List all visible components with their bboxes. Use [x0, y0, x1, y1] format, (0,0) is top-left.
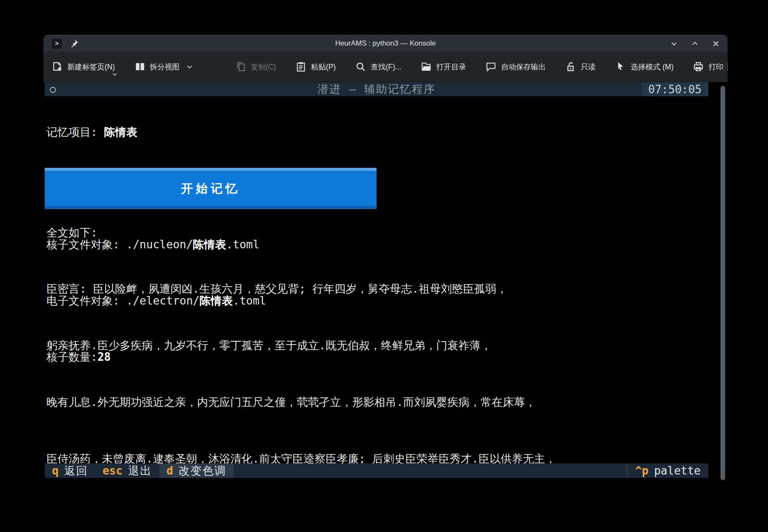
window-title: HeurAMS : python3 — Konsole [43, 39, 728, 48]
konsole-app-icon: > [51, 38, 63, 49]
toolbar-item-label: 打印 [708, 62, 723, 72]
speech-bubble-icon [486, 61, 496, 72]
binding-key: d [167, 464, 173, 477]
fulltext-line: 躬亲抚养.臣少多疾病，九岁不行，零丁孤苦，至于成立.既无伯叔，终鲜兄弟，门衰祚薄… [46, 339, 558, 353]
split-view-button[interactable]: 拆分视图 [134, 60, 194, 74]
chevron-down-icon [670, 40, 678, 48]
open-directory-button[interactable]: 打开目录 [420, 60, 467, 74]
toolbar-item-label: 粘贴(P) [311, 62, 336, 72]
copy-icon [236, 61, 246, 72]
toolbar-item-label: 新建标签页(N) [67, 62, 115, 72]
palette-key: ^p [635, 464, 648, 477]
terminal-view[interactable]: ○ 潜进 – 辅助记忆程序 07:50:05 记忆项目: 陈情表 核子文件对象:… [43, 82, 728, 485]
new-tab-button[interactable]: 新建标签页(N) [51, 60, 116, 74]
minimize-button[interactable] [670, 40, 678, 48]
scrollbar-thumb[interactable] [720, 86, 725, 480]
chevron-up-icon [691, 40, 699, 48]
fulltext-paragraph: 臣密言: 臣以险衅，夙遭闵凶.生孩六月，慈父见背; 行年四岁，舅夺母志.祖母刘愍… [46, 254, 558, 485]
pin-icon[interactable] [69, 39, 79, 48]
autosave-output-button[interactable]: 自动保存输出 [485, 60, 547, 74]
palette-label: palette [654, 464, 701, 477]
tui-app: ○ 潜进 – 辅助记忆程序 07:50:05 记忆项目: 陈情表 核子文件对象:… [45, 82, 708, 485]
key-binding[interactable]: q 返回 [45, 463, 95, 478]
find-button[interactable]: 查找(F)... [354, 60, 402, 74]
maximize-button[interactable] [691, 40, 699, 48]
tui-footer-bar: q 返回 esc 退出 d 改变色调 ^p palette [45, 463, 708, 478]
search-icon [355, 61, 366, 72]
read-only-button[interactable]: 只读 [564, 60, 596, 74]
paste-icon [296, 61, 306, 72]
konsole-window: > HeurAMS : python3 — Konsole 新建标签页(N) 拆… [43, 35, 728, 485]
fulltext-line: 臣密言: 臣以险衅，夙遭闵凶.生孩六月，慈父见背; 行年四岁，舅夺母志.祖母刘愍… [46, 282, 558, 296]
toolbar-item-label: 查找(F)... [371, 62, 401, 72]
tui-app-title: 潜进 – 辅助记忆程序 [45, 82, 708, 97]
terminal-scrollbar[interactable] [720, 86, 726, 480]
binding-label: 改变色调 [178, 463, 226, 478]
close-button[interactable] [712, 40, 720, 48]
binding-key: esc [103, 464, 123, 477]
binding-label: 返回 [64, 463, 88, 478]
select-mode-button[interactable]: 选择模式 (M) [614, 60, 674, 74]
tui-header-bar: ○ 潜进 – 辅助记忆程序 07:50:05 [45, 82, 708, 96]
toolbar-item-label: 选择模式 (M) [630, 62, 673, 72]
toolbar-item-label: 复制(C) [251, 62, 276, 72]
close-icon [712, 40, 720, 48]
new-tab-icon [52, 61, 63, 72]
split-view-icon [135, 61, 145, 72]
titlebar[interactable]: > HeurAMS : python3 — Konsole [43, 35, 728, 52]
toolbar-item-label: 拆分视图 [150, 62, 180, 72]
toolbar-item-label: 自动保存输出 [501, 62, 546, 72]
toolbar: 新建标签页(N) 拆分视图 复制(C) 粘贴(P) 查找(F)... 打开目录 … [43, 52, 728, 82]
window-controls [670, 40, 720, 48]
folder-icon [421, 61, 431, 72]
toolbar-item-label: 打开目录 [436, 62, 466, 72]
key-binding[interactable]: d 改变色调 [159, 463, 234, 478]
chevron-down-icon [186, 63, 193, 70]
chevron-down-icon [112, 70, 118, 79]
key-binding[interactable]: esc 退出 [95, 463, 159, 478]
menu-button[interactable] [724, 60, 728, 74]
unlock-icon [565, 61, 576, 72]
toolbar-item-label: 只读 [581, 62, 595, 72]
start-memorize-button[interactable]: 开始记忆 [45, 168, 377, 209]
copy-button[interactable]: 复制(C) [235, 60, 277, 74]
binding-label: 退出 [128, 463, 152, 478]
fulltext-label: 全文如下: [46, 226, 98, 240]
fulltext-line: 晚有儿息.外无期功强近之亲，内无应门五尺之僮，茕茕孑立，形影相吊.而刘夙婴疾病，… [46, 395, 558, 409]
hamburger-icon [726, 61, 728, 72]
info-line: 记忆项目: 陈情表 [46, 125, 266, 139]
print-button[interactable]: 打印 [692, 60, 724, 74]
printer-icon [693, 61, 704, 72]
paste-button[interactable]: 粘贴(P) [295, 60, 337, 74]
cursor-icon [615, 61, 626, 72]
palette-binding[interactable]: ^p palette [627, 463, 708, 478]
clock: 07:50:05 [641, 82, 708, 96]
binding-key: q [52, 464, 59, 477]
